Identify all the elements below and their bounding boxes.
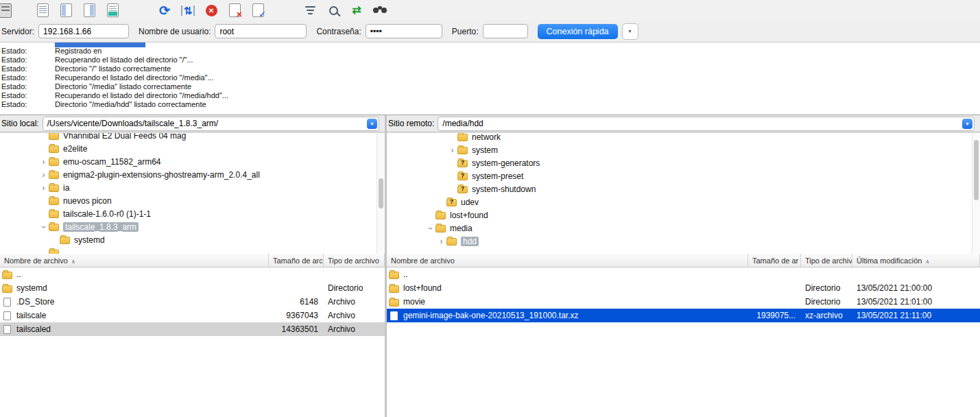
pane-splitter[interactable]: [385, 115, 387, 417]
file-modified: 13/05/2021 21:00:00: [852, 283, 980, 293]
column-header-name[interactable]: Nombre de archivo: [387, 254, 748, 267]
log-partial-selection: [55, 43, 145, 47]
file-row[interactable]: tailscale 9367043 Archivo: [0, 309, 385, 322]
file-row[interactable]: ..: [387, 267, 980, 281]
tree-item[interactable]: systemd: [0, 233, 385, 246]
folder-icon: [435, 225, 446, 233]
reconnect-button[interactable]: ✓: [250, 2, 266, 19]
file-icon: [3, 311, 11, 320]
folder-icon: [49, 158, 59, 166]
tree-item[interactable]: system-shutdown: [387, 182, 980, 195]
quickconnect-dropdown-button[interactable]: ▼: [622, 23, 638, 40]
disconnect-button[interactable]: ✕: [226, 2, 243, 19]
compare-directories-button[interactable]: [325, 2, 342, 19]
log-row: Estado:Recuperando el listado del direct…: [0, 91, 980, 100]
synchronized-browsing-icon: ⇄: [352, 5, 361, 16]
find-files-button[interactable]: [372, 2, 388, 19]
site-manager-button[interactable]: [0, 2, 16, 19]
file-icon: [390, 311, 398, 320]
file-row-selected[interactable]: tailscaled 14363501 Archivo: [0, 322, 385, 336]
tree-item[interactable]: tailscale-1.6.0-r0 (1)-1-1: [0, 207, 385, 220]
refresh-button[interactable]: ⟳: [156, 2, 173, 19]
toggle-local-tree-button[interactable]: [58, 2, 74, 19]
folder-icon: [49, 211, 59, 218]
tree-item[interactable]: network: [387, 133, 980, 143]
file-modified: 13/05/2021 21:01:00: [852, 297, 980, 307]
remote-path-field[interactable]: /media/hdd ▼: [438, 117, 975, 131]
chevron-right-icon[interactable]: [38, 184, 49, 192]
folder-question-icon: [457, 186, 468, 193]
file-size: 6148: [269, 297, 324, 307]
process-queue-button[interactable]: ⇅: [180, 2, 196, 19]
folder-icon: [49, 171, 59, 179]
cancel-button[interactable]: ✕: [203, 2, 219, 19]
chevron-right-icon[interactable]: [447, 146, 457, 154]
folder-icon: [389, 272, 399, 279]
tree-item[interactable]: system-preset: [387, 169, 980, 182]
remote-tree-scrollbar[interactable]: [972, 133, 980, 254]
local-directory-tree: Vhannibal E2 Dual Feeds 04 mag e2elite e…: [0, 133, 385, 254]
tree-item[interactable]: emu-oscam_11582_arm64: [0, 155, 385, 168]
tree-item-selected[interactable]: hdd: [387, 235, 980, 248]
column-header-type[interactable]: Tipo de archiv: [801, 254, 852, 267]
file-row[interactable]: .DS_Store 6148 Archivo: [0, 295, 385, 309]
tree-item[interactable]: e2elite: [0, 142, 385, 155]
password-label: Contraseña:: [316, 27, 361, 36]
scrollbar-thumb[interactable]: [379, 178, 383, 208]
tree-item-label: nuevos picon: [63, 196, 112, 206]
toggle-remote-tree-button[interactable]: [81, 2, 97, 19]
file-name: tailscale: [16, 311, 46, 320]
folder-icon: [49, 198, 59, 205]
disconnect-icon: ✕: [229, 3, 241, 17]
server-input[interactable]: [38, 24, 129, 38]
quickconnect-button[interactable]: Conexión rápida: [538, 24, 618, 39]
tree-item[interactable]: lost+found: [387, 208, 980, 222]
chevron-right-icon[interactable]: [38, 171, 49, 179]
local-file-list-header: Nombre de archivo Tamaño de arc Tipo de …: [0, 254, 385, 267]
toggle-message-log-button[interactable]: [34, 2, 51, 19]
filezilla-window: ⟳ ⇅ ✕ ✕ ✓ ⇄ Servidor: Nombre de usuario:…: [0, 0, 980, 417]
main-toolbar: ⟳ ⇅ ✕ ✕ ✓ ⇄: [0, 0, 980, 21]
tree-item[interactable]: udev: [387, 195, 980, 208]
tree-item[interactable]: Vhannibal E2 Dual Feeds 04 mag: [0, 133, 385, 142]
local-path-field[interactable]: /Users/vicente/Downloads/tailscale_1.8.3…: [43, 117, 379, 131]
column-header-modified[interactable]: Última modificación: [852, 254, 980, 267]
column-header-type[interactable]: Tipo de archivo: [324, 254, 385, 267]
local-path-dropdown-button[interactable]: ▼: [367, 119, 377, 129]
chevron-down-icon[interactable]: [38, 223, 49, 231]
chevron-right-icon[interactable]: [436, 237, 446, 246]
password-input[interactable]: [366, 24, 442, 38]
column-header-size[interactable]: Tamaño de ar: [748, 254, 801, 267]
tree-item[interactable]: ia: [0, 181, 385, 194]
local-tree-scrollbar[interactable]: [377, 133, 385, 254]
tree-item[interactable]: nuevos picon: [0, 194, 385, 207]
folder-icon: [457, 147, 468, 154]
scrollbar-thumb[interactable]: [974, 140, 979, 200]
file-row[interactable]: movie Directorio 13/05/2021 21:01:00: [387, 295, 980, 309]
file-row[interactable]: ..: [0, 267, 385, 281]
filter-button[interactable]: [302, 2, 318, 19]
tree-item-selected[interactable]: tailscale_1.8.3_arm: [0, 220, 385, 233]
tree-item[interactable]: media: [387, 222, 980, 235]
tree-item[interactable]: [0, 246, 385, 254]
column-header-size[interactable]: Tamaño de arc: [269, 254, 324, 267]
tree-item[interactable]: system-generators: [387, 156, 980, 169]
local-tree-icon: [60, 3, 72, 17]
file-row-selected[interactable]: gemini-image-bak-one-20210513_191000.tar…: [387, 309, 980, 322]
tree-item[interactable]: system: [387, 143, 980, 156]
chevron-right-icon[interactable]: [38, 158, 49, 166]
file-row[interactable]: systemd Directorio: [0, 281, 385, 295]
quickconnect-bar: Servidor: Nombre de usuario: Contraseña:…: [0, 21, 980, 43]
chevron-down-icon: ▼: [370, 121, 374, 126]
synchronized-browsing-button[interactable]: ⇄: [348, 2, 365, 19]
column-header-name[interactable]: Nombre de archivo: [0, 254, 269, 267]
message-log-icon: [37, 3, 49, 17]
port-input[interactable]: [483, 24, 528, 38]
remote-path-dropdown-button[interactable]: ▼: [962, 119, 972, 129]
file-row[interactable]: lost+found Directorio 13/05/2021 21:00:0…: [387, 281, 980, 295]
toggle-transfer-queue-button[interactable]: [104, 2, 121, 19]
remote-file-list-header: Nombre de archivo Tamaño de ar Tipo de a…: [387, 254, 980, 267]
tree-item[interactable]: enigma2-plugin-extensions-ghostreamy-arm…: [0, 168, 385, 181]
username-input[interactable]: [215, 24, 307, 38]
chevron-down-icon[interactable]: [425, 224, 435, 233]
